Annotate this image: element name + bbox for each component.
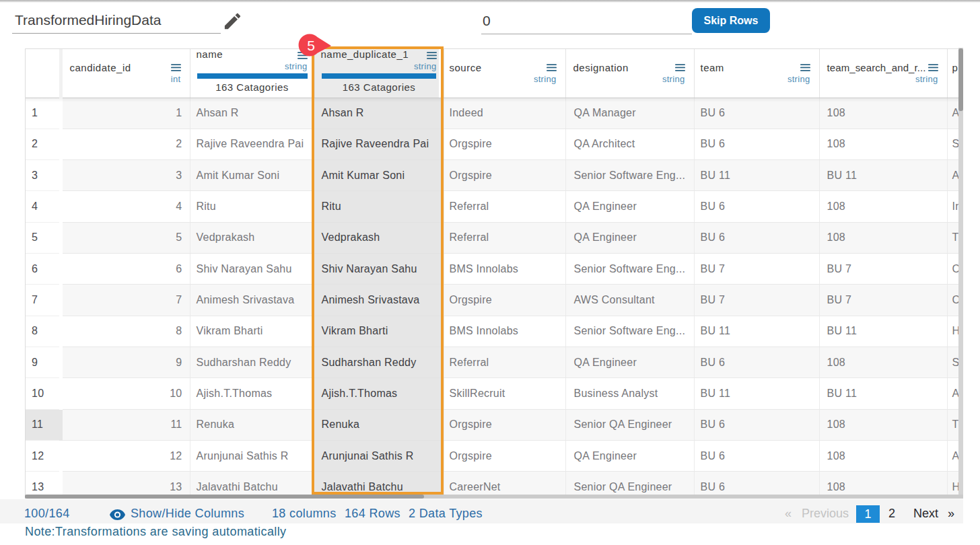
svg-text:5: 5 [307, 38, 315, 53]
